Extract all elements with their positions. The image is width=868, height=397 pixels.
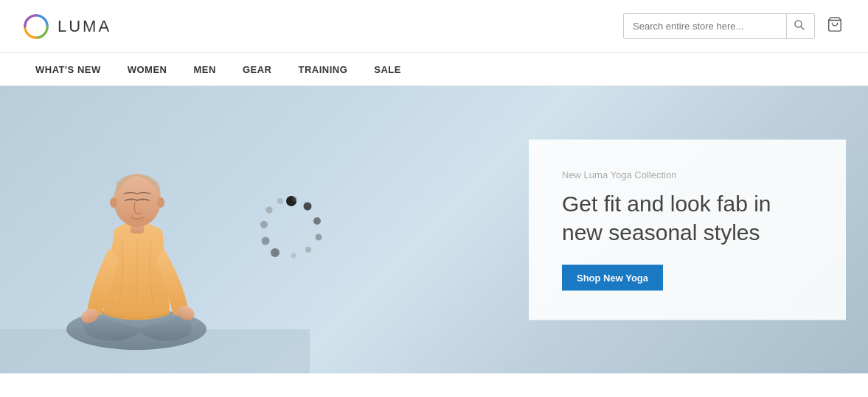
nav-item-men: Men [181,55,229,84]
svg-point-17 [291,253,296,259]
nav-bar: What's New Women Men Gear Training Sale [0,53,868,86]
svg-point-18 [271,248,280,257]
hero-figure [0,86,487,373]
nav-link-men[interactable]: Men [181,55,229,84]
search-icon [794,20,805,30]
hero-cta-button[interactable]: Shop New Yoga [562,265,663,291]
hero-title: Get fit and look fab in new seasonal sty… [562,189,813,247]
nav-item-whats-new: What's New [22,55,114,84]
svg-point-13 [304,203,312,211]
logo-area: LUMA [22,13,111,41]
logo-icon [22,13,50,41]
cart-icon [827,16,843,32]
nav-link-training[interactable]: Training [285,55,361,84]
svg-point-20 [260,221,268,228]
nav-item-sale: Sale [361,55,414,84]
svg-point-11 [157,197,164,208]
nav-item-women: Women [114,55,181,84]
svg-point-23 [293,197,298,202]
cart-button[interactable] [824,13,846,39]
loading-spinner [258,195,324,264]
svg-point-21 [266,207,273,214]
logo-text: LUMA [58,17,111,36]
spinner-svg [258,195,324,261]
header-right [623,13,846,39]
svg-point-19 [262,237,270,245]
svg-point-10 [110,197,117,208]
nav-link-sale[interactable]: Sale [361,55,414,84]
svg-point-16 [305,247,311,253]
search-button[interactable] [786,14,812,38]
nav-link-whats-new[interactable]: What's New [22,55,114,84]
hero-section: New Luma Yoga Collection Get fit and loo… [0,86,868,373]
nav-link-women[interactable]: Women [114,55,181,84]
nav-item-training: Training [285,55,361,84]
header: LUMA [0,0,868,53]
hero-content-card: New Luma Yoga Collection Get fit and loo… [529,140,846,320]
svg-point-14 [313,217,321,225]
nav-item-gear: Gear [229,55,285,84]
svg-point-22 [277,198,283,204]
nav-link-gear[interactable]: Gear [229,55,285,84]
nav-list: What's New Women Men Gear Training Sale [22,55,414,84]
search-input[interactable] [624,15,786,38]
svg-line-2 [801,27,804,29]
hero-subtitle: New Luma Yoga Collection [562,169,813,180]
search-container [623,13,815,39]
svg-point-15 [316,234,322,241]
